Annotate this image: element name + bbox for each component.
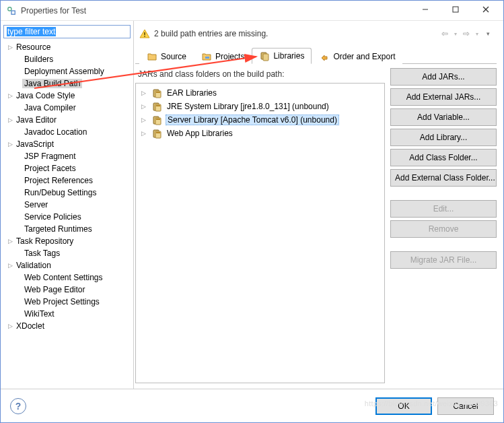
nav-item-task-tags[interactable]: Task Tags: [3, 247, 131, 259]
library-item[interactable]: ▷JRE System Library [jre1.8.0_131] (unbo…: [139, 100, 382, 113]
nav-item-java-build-path[interactable]: Java Build Path: [3, 77, 131, 90]
nav-item-server[interactable]: Server: [3, 199, 131, 211]
app-icon: [6, 5, 17, 16]
nav-item-label: Javadoc Location: [22, 127, 89, 137]
libraries-area: JARs and class folders on the build path…: [135, 68, 385, 383]
nav-item-java-editor[interactable]: ▷Java Editor: [3, 114, 131, 126]
expand-arrow-icon: ▷: [6, 262, 14, 269]
tab-projects[interactable]: Projects: [194, 48, 252, 64]
expand-arrow-icon: ▷: [6, 44, 14, 51]
minimize-button[interactable]: [411, 1, 441, 20]
nav-item-task-repository[interactable]: ▷Task Repository: [3, 235, 131, 247]
library-item[interactable]: ▷EAR Libraries: [139, 86, 382, 100]
add-external-class-folder-button[interactable]: Add External Class Folder...: [390, 169, 497, 187]
library-item[interactable]: ▷Server Library [Apache Tomcat v6.0] (un…: [139, 113, 382, 127]
dialog-buttons: ? OK Cancel: [1, 389, 503, 422]
filter-input[interactable]: type filter text: [3, 25, 131, 38]
svg-rect-17: [156, 105, 160, 106]
nav-item-label: Web Content Settings: [22, 273, 105, 282]
nav-item-label: Project References: [22, 176, 95, 185]
nav-item-label: Task Tags: [22, 249, 62, 258]
nav-item-web-project-settings[interactable]: Web Project Settings: [3, 296, 131, 308]
status-banner: 2 build path entries are missing. ⇦ ▾ ⇨ …: [135, 24, 497, 44]
window-buttons: [411, 1, 502, 20]
back-icon[interactable]: ⇦: [440, 29, 449, 38]
library-stack-icon: [152, 115, 163, 125]
nav-item-label: Java Editor: [14, 115, 59, 125]
cancel-button[interactable]: Cancel: [437, 397, 494, 415]
nav-item-label: Server: [22, 200, 50, 209]
nav-item-label: Web Page Editor: [22, 285, 87, 294]
expand-arrow-icon: ▷: [6, 323, 14, 329]
nav-item-label: Java Code Style: [14, 91, 77, 100]
expand-arrow-icon: ▷: [6, 117, 14, 123]
nav-item-javascript[interactable]: ▷JavaScript: [3, 138, 131, 150]
warning-icon: [139, 28, 150, 39]
expand-arrow-icon: ▷: [6, 141, 14, 148]
add-jars-button[interactable]: Add JARs...: [390, 68, 497, 86]
nav-item-targeted-runtimes[interactable]: Targeted Runtimes: [3, 223, 131, 235]
nav-item-project-facets[interactable]: Project Facets: [3, 162, 131, 174]
nav-item-label: JavaScript: [14, 139, 56, 149]
folder-projects-icon: [201, 51, 212, 62]
maximize-button[interactable]: [441, 1, 472, 20]
nav-item-label: Deployment Assembly: [22, 67, 106, 76]
tab-source[interactable]: Source: [139, 48, 194, 64]
nav-item-label: Java Compiler: [22, 103, 78, 112]
nav-item-web-page-editor[interactable]: Web Page Editor: [3, 284, 131, 296]
nav-item-validation[interactable]: ▷Validation: [3, 259, 131, 271]
nav-item-label: Java Build Path: [22, 79, 82, 88]
libraries-tree[interactable]: ▷EAR Libraries▷JRE System Library [jre1.…: [135, 83, 385, 383]
dialog-content: type filter text ▷ResourceBuildersDeploy…: [1, 21, 503, 389]
nav-item-label: Run/Debug Settings: [22, 188, 98, 197]
add-class-folder-button[interactable]: Add Class Folder...: [390, 149, 497, 166]
library-item-label: EAR Libraries: [166, 88, 218, 98]
nav-tree[interactable]: ▷ResourceBuildersDeployment AssemblyJava…: [3, 41, 131, 332]
nav-item-java-code-style[interactable]: ▷Java Code Style: [3, 90, 131, 102]
main-pane: 2 build path entries are missing. ⇦ ▾ ⇨ …: [133, 21, 503, 389]
nav-item-xdoclet[interactable]: ▷XDoclet: [3, 320, 131, 332]
back-drop-icon[interactable]: ▾: [451, 31, 460, 37]
close-button[interactable]: [472, 1, 502, 20]
nav-item-builders[interactable]: Builders: [3, 53, 131, 65]
nav-item-label: Resource: [14, 42, 52, 52]
svg-rect-3: [453, 7, 458, 12]
nav-item-javadoc-location[interactable]: Javadoc Location: [3, 126, 131, 138]
nav-item-wikitext[interactable]: WikiText: [3, 308, 131, 320]
jar-stack-icon: [259, 51, 270, 61]
nav-item-project-references[interactable]: Project References: [3, 174, 131, 187]
add-library-button[interactable]: Add Library...: [390, 129, 497, 146]
tab-bar: SourceProjectsLibrariesOrder and Export: [135, 46, 497, 64]
library-item[interactable]: ▷Web App Libraries: [139, 127, 382, 140]
ok-button[interactable]: OK: [375, 397, 432, 415]
add-variable-button[interactable]: Add Variable...: [390, 108, 497, 126]
titlebar: Properties for Test: [1, 1, 503, 21]
svg-rect-20: [156, 119, 160, 120]
help-icon[interactable]: ?: [10, 398, 26, 414]
nav-item-deployment-assembly[interactable]: Deployment Assembly: [3, 65, 131, 77]
forward-drop-icon[interactable]: ▾: [472, 31, 482, 37]
forward-icon[interactable]: ⇨: [462, 29, 471, 38]
migrate-jar-button[interactable]: Migrate JAR File...: [390, 251, 497, 269]
nav-item-label: Validation: [14, 261, 53, 270]
tab-libraries[interactable]: Libraries: [252, 48, 312, 64]
edit-button[interactable]: Edit...: [390, 200, 497, 218]
remove-button[interactable]: Remove: [390, 220, 497, 238]
expand-arrow-icon: ▷: [6, 92, 14, 99]
libraries-tab-content: JARs and class folders on the build path…: [135, 64, 497, 383]
svg-rect-9: [205, 57, 209, 59]
nav-item-web-content-settings[interactable]: Web Content Settings: [3, 271, 131, 284]
tab-order-and-export[interactable]: Order and Export: [312, 48, 402, 64]
nav-item-service-policies[interactable]: Service Policies: [3, 211, 131, 223]
nav-item-resource[interactable]: ▷Resource: [3, 41, 131, 53]
nav-item-java-compiler[interactable]: Java Compiler: [3, 102, 131, 114]
filter-input-text: type filter text: [7, 27, 56, 36]
window-title: Properties for Test: [21, 6, 411, 15]
add-external-jars-button[interactable]: Add External JARs...: [390, 88, 497, 106]
tab-label: Order and Export: [333, 52, 395, 61]
nav-item-jsp-fragment[interactable]: JSP Fragment: [3, 150, 131, 162]
menu-drop-icon[interactable]: ▾: [483, 30, 493, 37]
expand-arrow-icon: ▷: [141, 130, 149, 137]
nav-item-run-debug-settings[interactable]: Run/Debug Settings: [3, 187, 131, 199]
library-stack-icon: [152, 88, 163, 98]
